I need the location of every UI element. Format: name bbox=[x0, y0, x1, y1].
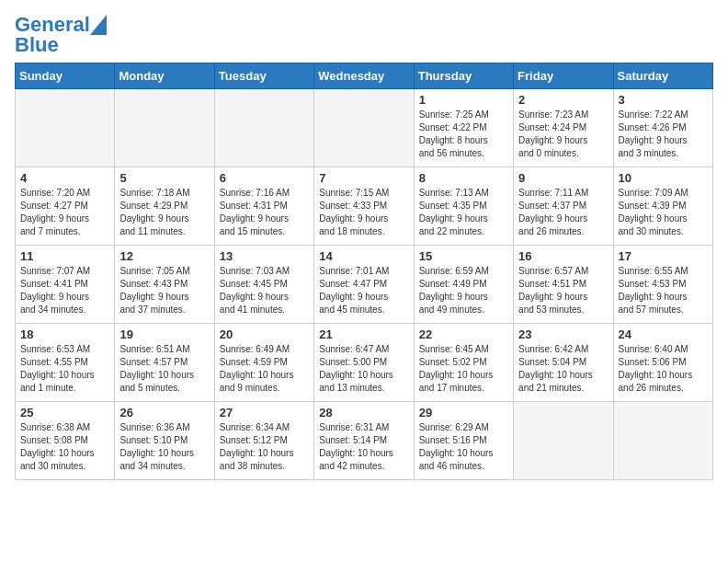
calendar-cell: 11Sunrise: 7:07 AMSunset: 4:41 PMDayligh… bbox=[16, 246, 115, 324]
week-row-2: 4Sunrise: 7:20 AMSunset: 4:27 PMDaylight… bbox=[16, 167, 713, 246]
svg-marker-0 bbox=[90, 15, 107, 35]
day-number: 19 bbox=[119, 327, 209, 341]
calendar-cell: 5Sunrise: 7:18 AMSunset: 4:29 PMDaylight… bbox=[115, 167, 214, 246]
day-header-tuesday: Tuesday bbox=[214, 63, 313, 89]
calendar-cell: 23Sunrise: 6:42 AMSunset: 5:04 PMDayligh… bbox=[514, 324, 613, 402]
day-header-monday: Monday bbox=[115, 63, 214, 89]
day-number: 17 bbox=[619, 249, 708, 263]
day-number: 24 bbox=[619, 327, 708, 341]
day-number: 16 bbox=[518, 249, 608, 263]
calendar-cell: 16Sunrise: 6:57 AMSunset: 4:51 PMDayligh… bbox=[514, 246, 613, 324]
day-number: 21 bbox=[319, 327, 408, 341]
day-info: Sunrise: 7:20 AMSunset: 4:27 PMDaylight:… bbox=[20, 187, 109, 238]
calendar-cell: 14Sunrise: 7:01 AMSunset: 4:47 PMDayligh… bbox=[314, 246, 414, 324]
header-row: SundayMondayTuesdayWednesdayThursdayFrid… bbox=[16, 63, 713, 89]
calendar-cell bbox=[514, 402, 613, 480]
day-number: 5 bbox=[119, 171, 209, 185]
day-number: 20 bbox=[220, 327, 309, 341]
day-number: 15 bbox=[419, 249, 508, 263]
day-number: 6 bbox=[220, 171, 309, 185]
day-header-wednesday: Wednesday bbox=[314, 63, 414, 89]
calendar-cell: 27Sunrise: 6:34 AMSunset: 5:12 PMDayligh… bbox=[214, 402, 313, 480]
day-number: 22 bbox=[419, 327, 508, 341]
day-info: Sunrise: 6:34 AMSunset: 5:12 PMDaylight:… bbox=[220, 421, 309, 473]
day-number: 26 bbox=[119, 406, 209, 419]
logo-triangle-icon bbox=[90, 15, 107, 35]
day-info: Sunrise: 7:22 AMSunset: 4:26 PMDaylight:… bbox=[619, 109, 708, 160]
day-number: 28 bbox=[319, 406, 408, 419]
day-number: 11 bbox=[20, 249, 109, 263]
calendar-cell: 9Sunrise: 7:11 AMSunset: 4:37 PMDaylight… bbox=[514, 167, 613, 246]
day-info: Sunrise: 6:55 AMSunset: 4:53 PMDaylight:… bbox=[619, 265, 708, 316]
calendar-cell: 21Sunrise: 6:47 AMSunset: 5:00 PMDayligh… bbox=[314, 324, 414, 402]
day-info: Sunrise: 6:51 AMSunset: 4:57 PMDaylight:… bbox=[119, 343, 209, 395]
day-number: 29 bbox=[419, 406, 508, 419]
week-row-3: 11Sunrise: 7:07 AMSunset: 4:41 PMDayligh… bbox=[16, 246, 713, 324]
day-number: 10 bbox=[619, 171, 708, 185]
day-info: Sunrise: 7:03 AMSunset: 4:45 PMDaylight:… bbox=[220, 265, 309, 316]
day-info: Sunrise: 6:29 AMSunset: 5:16 PMDaylight:… bbox=[419, 421, 508, 473]
day-number: 9 bbox=[518, 171, 608, 185]
calendar-cell: 26Sunrise: 6:36 AMSunset: 5:10 PMDayligh… bbox=[115, 402, 214, 480]
day-header-friday: Friday bbox=[514, 63, 613, 89]
calendar-cell: 22Sunrise: 6:45 AMSunset: 5:02 PMDayligh… bbox=[414, 324, 513, 402]
day-number: 8 bbox=[419, 171, 508, 185]
day-number: 3 bbox=[619, 93, 708, 107]
day-number: 13 bbox=[220, 249, 309, 263]
calendar-cell: 24Sunrise: 6:40 AMSunset: 5:06 PMDayligh… bbox=[613, 324, 712, 402]
day-number: 27 bbox=[220, 406, 309, 419]
day-info: Sunrise: 6:57 AMSunset: 4:51 PMDaylight:… bbox=[518, 265, 608, 316]
day-info: Sunrise: 7:05 AMSunset: 4:43 PMDaylight:… bbox=[119, 265, 209, 316]
day-info: Sunrise: 6:42 AMSunset: 5:04 PMDaylight:… bbox=[518, 343, 608, 395]
calendar-cell: 8Sunrise: 7:13 AMSunset: 4:35 PMDaylight… bbox=[414, 167, 513, 246]
calendar-cell: 10Sunrise: 7:09 AMSunset: 4:39 PMDayligh… bbox=[613, 167, 712, 246]
calendar-cell: 19Sunrise: 6:51 AMSunset: 4:57 PMDayligh… bbox=[115, 324, 214, 402]
calendar-cell: 20Sunrise: 6:49 AMSunset: 4:59 PMDayligh… bbox=[214, 324, 313, 402]
day-number: 1 bbox=[419, 93, 508, 107]
day-header-saturday: Saturday bbox=[613, 63, 712, 89]
logo-text-blue: Blue bbox=[15, 35, 59, 55]
calendar-cell: 29Sunrise: 6:29 AMSunset: 5:16 PMDayligh… bbox=[414, 402, 513, 480]
calendar-cell: 18Sunrise: 6:53 AMSunset: 4:55 PMDayligh… bbox=[16, 324, 115, 402]
calendar-cell: 2Sunrise: 7:23 AMSunset: 4:24 PMDaylight… bbox=[514, 89, 613, 167]
day-number: 18 bbox=[20, 327, 109, 341]
calendar-cell bbox=[115, 89, 214, 167]
calendar-cell: 12Sunrise: 7:05 AMSunset: 4:43 PMDayligh… bbox=[115, 246, 214, 324]
day-info: Sunrise: 7:23 AMSunset: 4:24 PMDaylight:… bbox=[518, 109, 608, 160]
calendar-cell: 4Sunrise: 7:20 AMSunset: 4:27 PMDaylight… bbox=[16, 167, 115, 246]
day-info: Sunrise: 6:49 AMSunset: 4:59 PMDaylight:… bbox=[220, 343, 309, 395]
calendar-cell bbox=[16, 89, 115, 167]
day-info: Sunrise: 7:18 AMSunset: 4:29 PMDaylight:… bbox=[119, 187, 209, 238]
calendar-table: SundayMondayTuesdayWednesdayThursdayFrid… bbox=[15, 63, 713, 480]
logo: General Blue bbox=[15, 15, 107, 55]
day-info: Sunrise: 7:25 AMSunset: 4:22 PMDaylight:… bbox=[419, 109, 508, 160]
day-info: Sunrise: 6:59 AMSunset: 4:49 PMDaylight:… bbox=[419, 265, 508, 316]
day-info: Sunrise: 7:16 AMSunset: 4:31 PMDaylight:… bbox=[220, 187, 309, 238]
day-info: Sunrise: 6:36 AMSunset: 5:10 PMDaylight:… bbox=[119, 421, 209, 473]
calendar-cell bbox=[214, 89, 313, 167]
calendar-cell: 15Sunrise: 6:59 AMSunset: 4:49 PMDayligh… bbox=[414, 246, 513, 324]
calendar-cell: 3Sunrise: 7:22 AMSunset: 4:26 PMDaylight… bbox=[613, 89, 712, 167]
day-number: 4 bbox=[20, 171, 109, 185]
day-info: Sunrise: 6:47 AMSunset: 5:00 PMDaylight:… bbox=[319, 343, 408, 395]
week-row-1: 1Sunrise: 7:25 AMSunset: 4:22 PMDaylight… bbox=[16, 89, 713, 167]
calendar-cell: 1Sunrise: 7:25 AMSunset: 4:22 PMDaylight… bbox=[414, 89, 513, 167]
day-info: Sunrise: 6:40 AMSunset: 5:06 PMDaylight:… bbox=[619, 343, 708, 395]
day-info: Sunrise: 7:07 AMSunset: 4:41 PMDaylight:… bbox=[20, 265, 109, 316]
calendar-cell: 25Sunrise: 6:38 AMSunset: 5:08 PMDayligh… bbox=[16, 402, 115, 480]
day-number: 25 bbox=[20, 406, 109, 419]
calendar-cell: 7Sunrise: 7:15 AMSunset: 4:33 PMDaylight… bbox=[314, 167, 414, 246]
week-row-5: 25Sunrise: 6:38 AMSunset: 5:08 PMDayligh… bbox=[16, 402, 713, 480]
day-info: Sunrise: 6:38 AMSunset: 5:08 PMDaylight:… bbox=[20, 421, 109, 473]
day-info: Sunrise: 6:31 AMSunset: 5:14 PMDaylight:… bbox=[319, 421, 408, 473]
day-number: 2 bbox=[518, 93, 608, 107]
day-info: Sunrise: 7:15 AMSunset: 4:33 PMDaylight:… bbox=[319, 187, 408, 238]
day-info: Sunrise: 7:11 AMSunset: 4:37 PMDaylight:… bbox=[518, 187, 608, 238]
calendar-cell: 28Sunrise: 6:31 AMSunset: 5:14 PMDayligh… bbox=[314, 402, 414, 480]
day-header-sunday: Sunday bbox=[16, 63, 115, 89]
calendar-cell: 13Sunrise: 7:03 AMSunset: 4:45 PMDayligh… bbox=[214, 246, 313, 324]
day-number: 23 bbox=[518, 327, 608, 341]
week-row-4: 18Sunrise: 6:53 AMSunset: 4:55 PMDayligh… bbox=[16, 324, 713, 402]
day-info: Sunrise: 7:13 AMSunset: 4:35 PMDaylight:… bbox=[419, 187, 508, 238]
calendar-cell bbox=[613, 402, 712, 480]
